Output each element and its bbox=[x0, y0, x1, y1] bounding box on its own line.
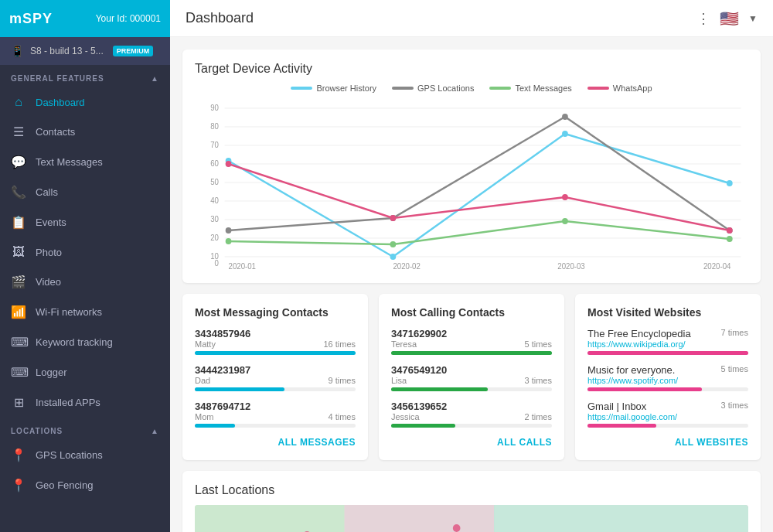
sidebar-item-label: Video bbox=[36, 276, 61, 288]
photo-icon: 🖼 bbox=[11, 245, 26, 259]
contact-number: 3471629902 bbox=[391, 328, 552, 339]
legend-label-browser: Browser History bbox=[316, 84, 376, 93]
sidebar-item-geo[interactable]: 📍 Geo Fencing bbox=[0, 470, 170, 500]
progress-bg bbox=[195, 387, 356, 391]
sidebar-item-keyword[interactable]: ⌨ Keyword tracking bbox=[0, 327, 170, 357]
contact-number: 3434857946 bbox=[195, 328, 356, 339]
all-websites-link[interactable]: ALL WEBSITES bbox=[587, 437, 748, 448]
stats-row: Most Messaging Contacts 3434857946 Matty… bbox=[182, 294, 761, 460]
progress-bg bbox=[587, 424, 748, 428]
svg-point-27 bbox=[226, 227, 232, 234]
website-url[interactable]: https://www.spotify.com/ bbox=[587, 376, 678, 385]
legend-whatsapp: WhatsApp bbox=[587, 84, 652, 93]
svg-point-35 bbox=[226, 161, 232, 167]
language-flag[interactable]: 🇺🇸 bbox=[720, 9, 739, 28]
calling-title: Most Calling Contacts bbox=[391, 306, 552, 319]
legend-color-text bbox=[489, 87, 511, 90]
contact-meta: Dad 9 times bbox=[195, 376, 356, 385]
svg-text:20: 20 bbox=[210, 234, 219, 242]
phone-icon: 📞 bbox=[11, 185, 26, 200]
sidebar-item-video[interactable]: 🎬 Video bbox=[0, 267, 170, 297]
topbar: Dashboard ⋮ 🇺🇸 ▼ bbox=[170, 0, 773, 37]
chevron-up-icon2: ▲ bbox=[151, 427, 159, 435]
contact-times: 5 times bbox=[525, 339, 552, 349]
last-locations-title: Last Locations bbox=[195, 483, 748, 497]
website-url[interactable]: https://www.wikipedia.org/ bbox=[587, 339, 691, 349]
main-content: Dashboard ⋮ 🇺🇸 ▼ Target Device Activity … bbox=[170, 0, 773, 532]
svg-text:0: 0 bbox=[215, 259, 220, 268]
contact-times: 16 times bbox=[323, 339, 356, 349]
language-chevron-icon[interactable]: ▼ bbox=[748, 13, 758, 24]
messaging-title: Most Messaging Contacts bbox=[195, 306, 356, 319]
svg-point-26 bbox=[727, 180, 733, 186]
content-area: Target Device Activity Browser History G… bbox=[170, 37, 773, 532]
svg-text:2020-03: 2020-03 bbox=[557, 262, 585, 271]
svg-point-33 bbox=[562, 218, 568, 224]
messaging-contact-3: 3487694712 Mom 4 times bbox=[195, 401, 356, 428]
website-info: Music for everyone. https://www.spotify.… bbox=[587, 364, 678, 385]
legend-color-browser bbox=[291, 87, 312, 90]
sidebar-item-events[interactable]: 📋 Events bbox=[0, 207, 170, 237]
video-icon: 🎬 bbox=[11, 275, 26, 289]
apps-icon: ⊞ bbox=[11, 395, 26, 410]
general-features-section[interactable]: GENERAL FEATURES ▲ bbox=[0, 65, 170, 87]
sidebar-item-photo[interactable]: 🖼 Photo bbox=[0, 237, 170, 267]
website-name: Gmail | Inbox bbox=[587, 401, 677, 412]
calling-contact-1: 3471629902 Teresa 5 times bbox=[391, 328, 552, 355]
sidebar-item-contacts[interactable]: ☰ Contacts bbox=[0, 117, 170, 147]
sidebar-item-dashboard[interactable]: ⌂ Dashboard bbox=[0, 87, 170, 117]
svg-point-36 bbox=[390, 215, 397, 221]
website-info: The Free Encyclopedia https://www.wikipe… bbox=[587, 328, 691, 349]
contact-meta: Teresa 5 times bbox=[391, 339, 552, 349]
progress-bg bbox=[587, 351, 748, 355]
svg-text:2020-04: 2020-04 bbox=[703, 262, 731, 271]
website-meta: The Free Encyclopedia https://www.wikipe… bbox=[587, 328, 748, 349]
home-icon: ⌂ bbox=[11, 95, 26, 109]
chart-area: 90 80 70 60 50 40 30 20 10 0 2020-01 202… bbox=[195, 101, 748, 271]
svg-rect-40 bbox=[195, 505, 345, 532]
website-name: Music for everyone. bbox=[587, 364, 678, 376]
chevron-up-icon: ▲ bbox=[151, 74, 159, 83]
contact-number: 3456139652 bbox=[391, 401, 552, 412]
last-locations-card: Last Locations bbox=[182, 471, 761, 532]
more-options-icon[interactable]: ⋮ bbox=[696, 10, 710, 27]
sidebar-item-wifi[interactable]: 📶 Wi-Fi networks bbox=[0, 297, 170, 327]
chart-title: Target Device Activity bbox=[195, 62, 748, 76]
sidebar-item-label: Photo bbox=[36, 247, 62, 258]
svg-point-29 bbox=[562, 114, 568, 120]
all-messages-link[interactable]: ALL MESSAGES bbox=[195, 437, 356, 448]
contacts-icon: ☰ bbox=[11, 124, 26, 139]
website-meta: Gmail | Inbox https://mail.google.com/ 3… bbox=[587, 401, 748, 421]
svg-point-31 bbox=[226, 238, 232, 244]
wifi-icon: 📶 bbox=[11, 305, 26, 319]
sidebar-item-logger[interactable]: ⌨ Logger bbox=[0, 357, 170, 387]
svg-point-25 bbox=[562, 131, 568, 137]
sidebar-item-apps[interactable]: ⊞ Installed APPs bbox=[0, 387, 170, 418]
website-name: The Free Encyclopedia bbox=[587, 328, 691, 339]
progress-bg bbox=[587, 387, 748, 391]
website-item-2: Music for everyone. https://www.spotify.… bbox=[587, 364, 748, 391]
progress-fill bbox=[391, 351, 552, 355]
website-url[interactable]: https://mail.google.com/ bbox=[587, 412, 677, 421]
locations-section[interactable]: LOCATIONS ▲ bbox=[0, 418, 170, 440]
events-icon: 📋 bbox=[11, 215, 26, 230]
legend-label-whatsapp: WhatsApp bbox=[613, 84, 652, 93]
sidebar-item-gps[interactable]: 📍 GPS Locations bbox=[0, 440, 170, 470]
chart-legend: Browser History GPS Locations Text Messa… bbox=[195, 84, 748, 93]
contact-name: Lisa bbox=[391, 376, 407, 385]
messaging-card: Most Messaging Contacts 3434857946 Matty… bbox=[182, 294, 368, 460]
device-bar: 📱 S8 - build 13 - 5... PREMIUM bbox=[0, 37, 170, 65]
svg-text:2020-01: 2020-01 bbox=[229, 262, 256, 271]
contact-meta: Lisa 3 times bbox=[391, 376, 552, 385]
sidebar-item-calls[interactable]: 📞 Calls bbox=[0, 177, 170, 207]
all-calls-link[interactable]: ALL CALLS bbox=[391, 437, 552, 448]
contact-times: 3 times bbox=[525, 376, 552, 385]
sidebar-item-text-messages[interactable]: 💬 Text Messages bbox=[0, 147, 170, 177]
calling-contact-2: 3476549120 Lisa 3 times bbox=[391, 364, 552, 391]
svg-point-24 bbox=[390, 254, 397, 260]
legend-label-text: Text Messages bbox=[515, 84, 571, 93]
contact-meta: Mom 4 times bbox=[195, 412, 356, 421]
website-item-3: Gmail | Inbox https://mail.google.com/ 3… bbox=[587, 401, 748, 428]
device-name: S8 - build 13 - 5... bbox=[30, 46, 104, 56]
contact-name: Mom bbox=[195, 412, 213, 421]
